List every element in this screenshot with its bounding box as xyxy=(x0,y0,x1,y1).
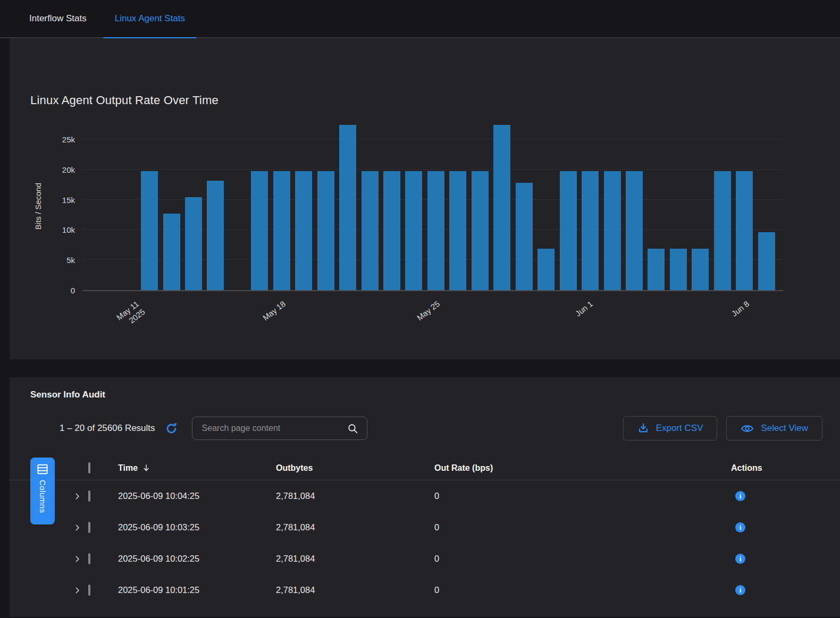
gridline xyxy=(82,169,783,170)
cell-outbytes: 2,781,084 xyxy=(276,585,434,595)
info-icon[interactable]: i xyxy=(735,585,745,595)
chart-bar[interactable] xyxy=(714,171,731,290)
cell-time: 2025-06-09 10:03:25 xyxy=(118,522,276,532)
audit-panel: Sensor Info Audit 1 – 20 of 25606 Result… xyxy=(10,377,840,617)
table-row: 2025-06-09 10:02:25 2,781,084 0 i xyxy=(10,543,840,574)
chart-bar[interactable] xyxy=(405,171,422,290)
search-box xyxy=(192,417,367,440)
chart-bar[interactable] xyxy=(317,171,334,290)
table-controls: 1 – 20 of 25606 Results xyxy=(10,416,840,441)
cell-time: 2025-06-09 10:02:25 xyxy=(118,554,276,564)
tab-bar: Interflow Stats Linux Agent Stats xyxy=(0,0,840,38)
select-all-checkbox[interactable] xyxy=(88,462,90,473)
cell-out-rate: 0 xyxy=(434,585,731,595)
chart-bar[interactable] xyxy=(295,171,312,290)
chart-bar[interactable] xyxy=(670,249,687,290)
refresh-icon[interactable] xyxy=(165,422,178,435)
chart-bar[interactable] xyxy=(383,171,400,290)
chart-bar[interactable] xyxy=(493,125,510,290)
info-icon[interactable]: i xyxy=(735,522,745,532)
table-columns-icon xyxy=(37,464,48,475)
eye-icon xyxy=(741,422,754,435)
columns-button[interactable]: Columns xyxy=(30,458,55,524)
export-csv-button[interactable]: Export CSV xyxy=(623,416,718,441)
chart-bar[interactable] xyxy=(758,232,775,290)
y-tick-label: 0 xyxy=(71,286,75,295)
table-row: 2025-06-09 10:04:25 2,781,084 0 i xyxy=(10,480,840,512)
column-header-actions: Actions xyxy=(731,463,840,473)
results-count: 1 – 20 of 25606 Results xyxy=(60,423,155,434)
cell-outbytes: 2,781,084 xyxy=(276,554,434,564)
column-header-time[interactable]: Time xyxy=(118,463,276,473)
row-checkbox[interactable] xyxy=(88,585,90,596)
chart-bar[interactable] xyxy=(582,171,599,290)
table-row: 2025-06-09 10:03:25 2,781,084 0 i xyxy=(10,512,840,543)
row-checkbox[interactable] xyxy=(88,522,90,533)
chart-bar[interactable] xyxy=(560,171,577,290)
chart-bar[interactable] xyxy=(537,249,555,290)
chart-bar[interactable] xyxy=(626,171,643,290)
chart-bar[interactable] xyxy=(472,171,489,290)
chart-bar[interactable] xyxy=(251,171,268,290)
search-input[interactable] xyxy=(202,424,347,433)
chart-bar[interactable] xyxy=(273,171,290,290)
chart-bar[interactable] xyxy=(141,171,158,290)
chart-bar[interactable] xyxy=(648,249,665,290)
tab-interflow-stats[interactable]: Interflow Stats xyxy=(18,0,98,38)
y-tick-label: 5k xyxy=(66,256,75,265)
column-header-outbytes[interactable]: Outbytes xyxy=(276,463,434,473)
chart-title: Linux Agent Output Rate Over Time xyxy=(30,94,219,107)
chart-bar[interactable] xyxy=(692,249,709,290)
tab-linux-agent-stats[interactable]: Linux Agent Stats xyxy=(103,0,197,38)
select-view-label: Select View xyxy=(761,423,808,434)
x-tick-label: Jun 8 xyxy=(729,299,751,319)
columns-button-label: Columns xyxy=(38,480,47,513)
row-expand-chevron-icon[interactable] xyxy=(73,492,83,501)
column-header-out-rate[interactable]: Out Rate (bps) xyxy=(434,463,731,473)
row-expand-chevron-icon[interactable] xyxy=(73,554,83,564)
chart-bar[interactable] xyxy=(604,171,621,290)
x-tick-label: May 18 xyxy=(261,299,288,323)
chart-bar[interactable] xyxy=(185,197,202,290)
row-checkbox[interactable] xyxy=(88,490,90,502)
x-tick-label: May 112025 xyxy=(114,299,147,331)
row-expand-chevron-icon[interactable] xyxy=(73,523,83,532)
row-expand-chevron-icon[interactable] xyxy=(73,586,83,595)
table-row: 2025-06-09 10:01:25 2,781,084 0 i xyxy=(10,574,840,606)
y-tick-label: 20k xyxy=(62,165,75,174)
cell-outbytes: 2,781,084 xyxy=(276,491,434,501)
time-header-label: Time xyxy=(118,463,138,473)
chart-panel: Linux Agent Output Rate Over Time Bits /… xyxy=(10,38,840,359)
x-tick-label: Jun 1 xyxy=(573,299,595,319)
y-tick-label: 25k xyxy=(62,135,75,144)
cell-time: 2025-06-09 10:01:25 xyxy=(118,585,276,595)
plot-area: 05k10k15k20k25k xyxy=(82,121,783,291)
chart-bar[interactable] xyxy=(449,171,466,290)
audit-section-title: Sensor Info Audit xyxy=(10,377,840,400)
y-tick-label: 10k xyxy=(62,225,75,234)
select-view-button[interactable]: Select View xyxy=(726,416,822,441)
download-icon xyxy=(637,422,649,434)
cell-outbytes: 2,781,084 xyxy=(276,522,434,532)
audit-table: Columns Time Outbytes Out Rate (bps) Act… xyxy=(10,456,840,606)
info-icon[interactable]: i xyxy=(735,554,745,564)
chart-bar[interactable] xyxy=(362,171,379,290)
cell-out-rate: 0 xyxy=(434,554,731,564)
chart-bar[interactable] xyxy=(736,171,753,290)
cell-out-rate: 0 xyxy=(434,522,731,532)
y-axis-label: Bits / Second xyxy=(33,183,43,230)
x-tick-label: May 25 xyxy=(415,299,441,323)
chart-bar[interactable] xyxy=(516,183,533,290)
info-icon[interactable]: i xyxy=(735,491,745,501)
y-tick-label: 15k xyxy=(62,195,75,204)
chart-bar[interactable] xyxy=(427,171,444,290)
export-csv-label: Export CSV xyxy=(656,423,703,434)
chart-bar[interactable] xyxy=(207,181,224,290)
row-checkbox[interactable] xyxy=(88,553,90,564)
sort-desc-icon xyxy=(142,463,150,472)
x-axis-ticks: May 112025May 18May 25Jun 1Jun 8 xyxy=(82,292,783,356)
search-icon[interactable] xyxy=(347,423,358,434)
chart-bar[interactable] xyxy=(163,214,180,290)
table-header-row: Time Outbytes Out Rate (bps) Actions xyxy=(10,456,840,480)
chart-bar[interactable] xyxy=(339,125,356,290)
